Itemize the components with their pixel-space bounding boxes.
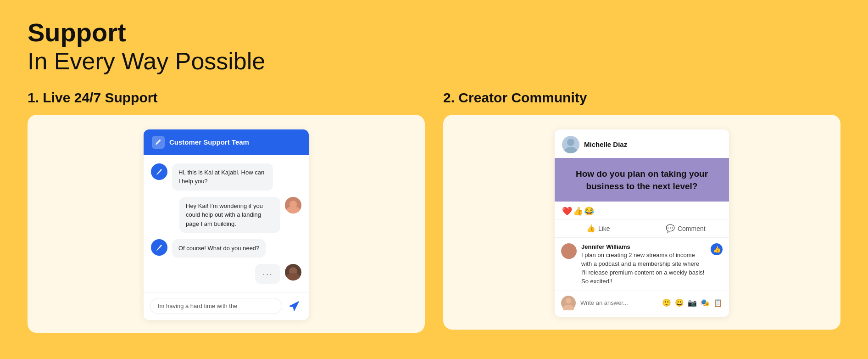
reply-row: 🙂 😀 📷 🎭 📋 [555,291,729,317]
like-button[interactable]: 👍 Like [555,219,642,237]
comment-author-avatar [561,243,577,259]
post-author-name: Michelle Diaz [584,140,627,148]
svg-point-4 [566,298,571,303]
section-live-support: 1. Live 24/7 Support Customer Support Te… [28,90,425,333]
main-title: Support [28,18,840,47]
reaction-heart[interactable]: ❤️ [562,206,572,216]
comment-text: I plan on creating 2 new streams of inco… [581,251,706,286]
chat-bubble-3: Of course! What do you need? [172,239,266,258]
post-question: How do you plan on taking your business … [564,168,720,192]
comment-section: Jennifer Williams I plan on creating 2 n… [555,238,729,286]
page-header: Support In Every Way Possible [28,18,840,75]
chat-header: Customer Support Team [144,129,309,155]
chat-messages: Hi, this is Kai at Kajabi. How can I hel… [144,155,309,292]
chat-input[interactable] [150,298,282,314]
reaction-laugh[interactable]: 😂 [584,206,594,216]
chat-bubble-2: Hey Kai! I'm wondering if you could help… [179,197,280,233]
chat-header-title: Customer Support Team [169,138,249,146]
svg-point-1 [564,147,577,153]
svg-point-2 [566,246,572,252]
comment-icon: 💬 [666,224,675,233]
post-actions-row: 👍 Like 💬 Comment [555,219,729,238]
chat-message-4: ··· [151,264,301,284]
section2-heading: 2. Creator Community [443,90,840,106]
gif-icon[interactable]: 🎭 [701,298,710,307]
sub-title: In Every Way Possible [28,47,840,75]
post-author-row: Michelle Diaz [555,129,729,158]
comment-button[interactable]: 💬 Comment [642,219,729,237]
chat-send-button[interactable] [286,298,302,314]
post-author-avatar [562,136,579,153]
reply-avatar [561,296,576,310]
post-content-block: How do you plan on taking your business … [555,158,729,202]
photo-icon[interactable]: 📷 [688,298,697,307]
chat-message-3: Of course! What do you need? [151,239,301,258]
svg-point-3 [563,253,575,259]
section2-card: Michelle Diaz How do you plan on taking … [443,115,840,330]
reaction-thumbsup[interactable]: 👍 [573,206,583,216]
page-wrapper: Support In Every Way Possible 1. Live 24… [28,18,840,333]
agent-avatar-1 [151,163,167,180]
emoji-icon[interactable]: 🙂 [662,298,671,307]
reply-input[interactable] [580,299,657,306]
chat-bubble-1: Hi, this is Kai at Kajabi. How can I hel… [172,163,273,191]
attachment-icon[interactable]: 📋 [713,298,723,307]
comment-author-name: Jennifer Williams [581,243,706,250]
section-creator-community: 2. Creator Community Michelle Diaz [443,90,840,333]
user-avatar-2 [285,264,301,280]
comment-body: Jennifer Williams I plan on creating 2 n… [581,243,706,286]
like-label: Like [598,225,610,232]
emoji2-icon[interactable]: 😀 [675,298,684,307]
comment-label: Comment [678,225,706,232]
user-avatar-1 [285,197,301,213]
community-window: Michelle Diaz How do you plan on taking … [555,129,729,317]
agent-avatar-2 [151,239,167,256]
chat-window: Customer Support Team Hi, this is Kai at… [144,129,309,320]
chat-message-1: Hi, this is Kai at Kajabi. How can I hel… [151,163,301,191]
svg-point-0 [567,139,574,146]
thumbsup-icon: 👍 [586,224,595,233]
svg-point-5 [563,305,574,310]
reply-icons: 🙂 😀 📷 🎭 📋 [662,298,723,307]
comment-like-button[interactable]: 👍 [711,243,723,255]
comment-row: Jennifer Williams I plan on creating 2 n… [561,243,723,286]
chat-input-row [144,292,309,320]
section1-card: Customer Support Team Hi, this is Kai at… [28,115,425,333]
chat-header-icon [152,136,165,149]
sections-row: 1. Live 24/7 Support Customer Support Te… [28,90,840,333]
chat-message-2: Hey Kai! I'm wondering if you could help… [151,197,301,233]
chat-typing-indicator: ··· [255,264,280,284]
reactions-row: ❤️ 👍 😂 [555,202,729,219]
section1-heading: 1. Live 24/7 Support [28,90,425,106]
